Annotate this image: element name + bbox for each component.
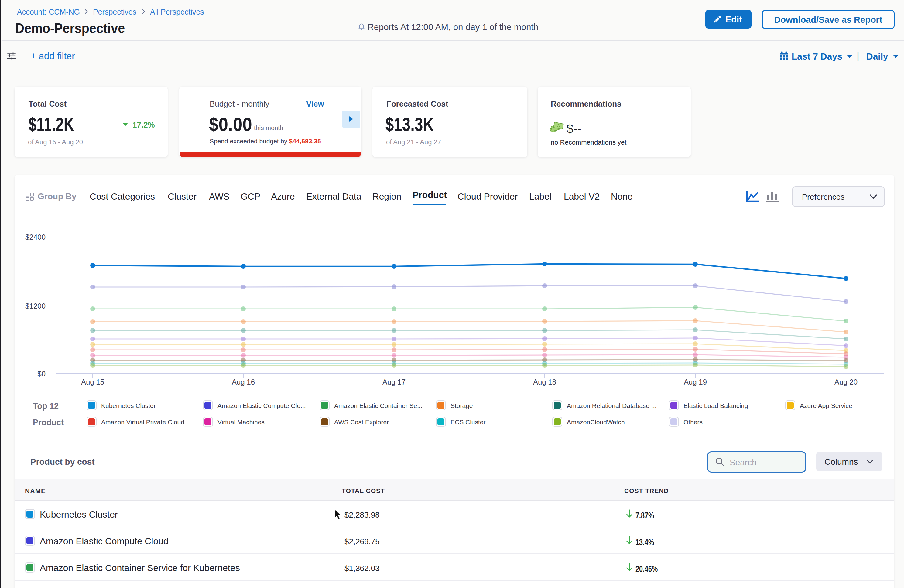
svg-text:Aug 18: Aug 18 bbox=[533, 378, 556, 386]
svg-text:Aug 15: Aug 15 bbox=[81, 378, 104, 386]
svg-text:$1200: $1200 bbox=[25, 302, 46, 310]
svg-text:Aug 16: Aug 16 bbox=[232, 378, 255, 386]
svg-text:$0: $0 bbox=[37, 370, 46, 378]
svg-text:Aug 19: Aug 19 bbox=[684, 378, 707, 386]
svg-text:Aug 17: Aug 17 bbox=[382, 378, 406, 386]
svg-text:$2400: $2400 bbox=[25, 233, 46, 241]
svg-text:Aug 20: Aug 20 bbox=[834, 378, 858, 386]
